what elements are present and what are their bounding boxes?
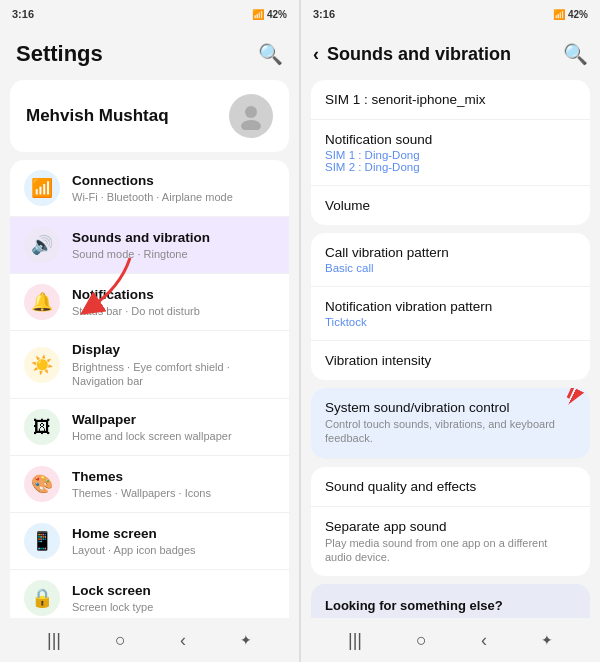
sound-quality-title: Sound quality and effects — [325, 479, 576, 494]
nav-menu-right[interactable]: ||| — [348, 630, 362, 651]
status-bar-left: 3:16 📶 42% — [0, 0, 299, 28]
profile-section[interactable]: Mehvish Mushtaq — [10, 80, 289, 152]
system-sound-desc: Control touch sounds, vibrations, and ke… — [325, 417, 576, 446]
settings-item-connections[interactable]: 📶 Connections Wi-Fi · Bluetooth · Airpla… — [10, 160, 289, 217]
signal-icon: 📶 — [252, 9, 264, 20]
connections-text: Connections Wi-Fi · Bluetooth · Airplane… — [72, 172, 275, 205]
call-vibration-title: Call vibration pattern — [325, 245, 576, 260]
sounds-item-notification-vibration[interactable]: Notification vibration pattern Ticktock — [311, 287, 590, 341]
sounds-item-sim1-ringtone[interactable]: SIM 1 : senorit-iphone_mix — [311, 80, 590, 120]
sounds-page-title: Sounds and vibration — [327, 44, 511, 65]
bottom-nav-right: ||| ○ ‹ ✦ — [301, 618, 600, 662]
nav-back-left[interactable]: ‹ — [180, 630, 186, 651]
sounds-subtitle: Sound mode · Ringtone — [72, 247, 275, 261]
sounds-top-bar: ‹ Sounds and vibration 🔍 — [301, 28, 600, 80]
wallpaper-subtitle: Home and lock screen wallpaper — [72, 429, 275, 443]
separate-app-title: Separate app sound — [325, 519, 576, 534]
back-icon[interactable]: ‹ — [313, 44, 319, 65]
notification-vibration-sub: Ticktock — [325, 316, 576, 328]
search-icon-left[interactable]: 🔍 — [258, 42, 283, 66]
settings-item-sounds[interactable]: 🔊 Sounds and vibration Sound mode · Ring… — [10, 217, 289, 274]
settings-group-1: 📶 Connections Wi-Fi · Bluetooth · Airpla… — [10, 160, 289, 618]
notification-sound-sub: SIM 1 : Ding-DongSIM 2 : Ding-Dong — [325, 149, 576, 173]
settings-item-lockscreen[interactable]: 🔒 Lock screen Screen lock type — [10, 570, 289, 618]
sounds-group-vibration: Call vibration pattern Basic call Notifi… — [311, 233, 590, 380]
sounds-list: SIM 1 : senorit-iphone_mix Notification … — [301, 80, 600, 618]
wallpaper-icon: 🖼 — [24, 409, 60, 445]
settings-item-display[interactable]: ☀️ Display Brightness · Eye comfort shie… — [10, 331, 289, 399]
display-text: Display Brightness · Eye comfort shield … — [72, 341, 275, 388]
svg-point-1 — [241, 120, 261, 130]
themes-title: Themes — [72, 468, 275, 486]
sounds-item-vibration-intensity[interactable]: Vibration intensity — [311, 341, 590, 380]
search-icon-right[interactable]: 🔍 — [563, 42, 588, 66]
sim1-ringtone-title: SIM 1 : senorit-iphone_mix — [325, 92, 576, 107]
sounds-item-volume[interactable]: Volume — [311, 186, 590, 225]
status-bar-right: 3:16 📶 42% — [301, 0, 600, 28]
themes-subtitle: Themes · Wallpapers · Icons — [72, 486, 275, 500]
settings-item-themes[interactable]: 🎨 Themes Themes · Wallpapers · Icons — [10, 456, 289, 513]
connections-icon: 📶 — [24, 170, 60, 206]
avatar — [229, 94, 273, 138]
homescreen-subtitle: Layout · App icon badges — [72, 543, 275, 557]
signal-icon-right: 📶 — [553, 9, 565, 20]
sounds-title: Sounds and vibration — [72, 229, 275, 247]
battery-right: 42% — [568, 9, 588, 20]
nav-home-left[interactable]: ○ — [115, 630, 126, 651]
connections-subtitle: Wi-Fi · Bluetooth · Airplane mode — [72, 190, 275, 204]
notification-vibration-title: Notification vibration pattern — [325, 299, 576, 314]
notifications-text: Notifications Status bar · Do not distur… — [72, 286, 275, 319]
homescreen-title: Home screen — [72, 525, 275, 543]
system-sound-title: System sound/vibration control — [325, 400, 576, 415]
notification-sound-title: Notification sound — [325, 132, 576, 147]
settings-list: 📶 Connections Wi-Fi · Bluetooth · Airpla… — [0, 160, 299, 618]
themes-icon: 🎨 — [24, 466, 60, 502]
battery-left: 42% — [267, 9, 287, 20]
lockscreen-title: Lock screen — [72, 582, 275, 600]
settings-top-bar: Settings 🔍 — [0, 28, 299, 80]
connections-title: Connections — [72, 172, 275, 190]
display-title: Display — [72, 341, 275, 359]
nav-home-right[interactable]: ○ — [416, 630, 427, 651]
right-panel: 3:16 📶 42% ‹ Sounds and vibration 🔍 SIM … — [301, 0, 600, 662]
svg-point-0 — [245, 106, 257, 118]
sounds-item-sound-quality[interactable]: Sound quality and effects — [311, 467, 590, 507]
sounds-text: Sounds and vibration Sound mode · Ringto… — [72, 229, 275, 262]
sounds-group-top: SIM 1 : senorit-iphone_mix Notification … — [311, 80, 590, 225]
settings-item-notifications[interactable]: 🔔 Notifications Status bar · Do not dist… — [10, 274, 289, 331]
call-vibration-sub: Basic call — [325, 262, 576, 274]
lockscreen-text: Lock screen Screen lock type — [72, 582, 275, 615]
notifications-subtitle: Status bar · Do not disturb — [72, 304, 275, 318]
volume-title: Volume — [325, 198, 576, 213]
time-right: 3:16 — [313, 8, 335, 20]
sounds-item-system-sound[interactable]: System sound/vibration control Control t… — [311, 388, 590, 459]
nav-back-right[interactable]: ‹ — [481, 630, 487, 651]
lockscreen-icon: 🔒 — [24, 580, 60, 616]
sounds-item-separate-app[interactable]: Separate app sound Play media sound from… — [311, 507, 590, 577]
nav-recent-right[interactable]: ✦ — [541, 632, 553, 648]
left-panel: 3:16 📶 42% Settings 🔍 Mehvish Mushtaq — [0, 0, 299, 662]
profile-name: Mehvish Mushtaq — [26, 106, 169, 126]
settings-title: Settings — [16, 41, 103, 67]
nav-menu-left[interactable]: ||| — [47, 630, 61, 651]
settings-item-homescreen[interactable]: 📱 Home screen Layout · App icon badges — [10, 513, 289, 570]
sounds-group-quality: Sound quality and effects Separate app s… — [311, 467, 590, 577]
looking-title: Looking for something else? — [325, 598, 576, 613]
settings-item-wallpaper[interactable]: 🖼 Wallpaper Home and lock screen wallpap… — [10, 399, 289, 456]
sounds-item-notification-sound[interactable]: Notification sound SIM 1 : Ding-DongSIM … — [311, 120, 590, 186]
separate-app-desc: Play media sound from one app on a diffe… — [325, 536, 576, 565]
bottom-nav-left: ||| ○ ‹ ✦ — [0, 618, 299, 662]
sounds-item-call-vibration[interactable]: Call vibration pattern Basic call — [311, 233, 590, 287]
sounds-icon: 🔊 — [24, 227, 60, 263]
lockscreen-subtitle: Screen lock type — [72, 600, 275, 614]
time-left: 3:16 — [12, 8, 34, 20]
display-icon: ☀️ — [24, 347, 60, 383]
wallpaper-title: Wallpaper — [72, 411, 275, 429]
back-button[interactable]: ‹ Sounds and vibration — [313, 44, 511, 65]
homescreen-text: Home screen Layout · App icon badges — [72, 525, 275, 558]
nav-recent-left[interactable]: ✦ — [240, 632, 252, 648]
display-subtitle: Brightness · Eye comfort shield · Naviga… — [72, 360, 275, 389]
vibration-intensity-title: Vibration intensity — [325, 353, 576, 368]
looking-for-box: Looking for something else? Alert when p… — [311, 584, 590, 618]
notifications-icon: 🔔 — [24, 284, 60, 320]
